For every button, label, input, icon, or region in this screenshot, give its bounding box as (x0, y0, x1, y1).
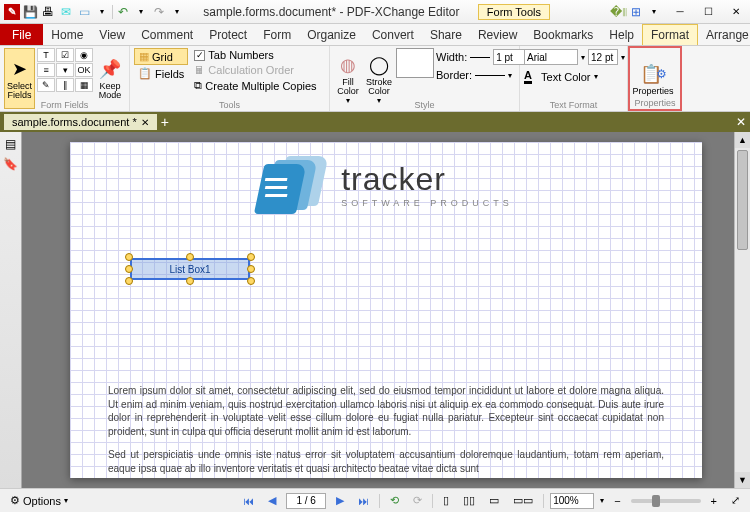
document-tab-label: sample.forms.document * (12, 116, 137, 128)
next-page-button[interactable]: ▶ (332, 493, 348, 508)
resize-handle-w[interactable] (125, 265, 133, 273)
fields-panel-button[interactable]: 📋Fields (134, 66, 188, 81)
tab-numbers-toggle[interactable]: ✓Tab Numbers (190, 48, 320, 62)
selected-form-field[interactable]: List Box1 (130, 258, 250, 280)
menu-protect[interactable]: Protect (201, 24, 255, 45)
maximize-button[interactable]: ☐ (698, 4, 718, 20)
menu-share[interactable]: Share (422, 24, 470, 45)
first-page-button[interactable]: ⏮ (239, 494, 258, 508)
minimize-button[interactable]: ─ (670, 4, 690, 20)
tab-close-icon[interactable]: ✕ (141, 117, 149, 128)
vertical-scrollbar[interactable]: ▲ ▼ (734, 132, 750, 488)
resize-handle-nw[interactable] (125, 253, 133, 261)
document-tab[interactable]: sample.forms.document *✕ (4, 114, 157, 130)
fit-page-button[interactable]: ⤢ (727, 493, 744, 508)
resize-handle-se[interactable] (247, 277, 255, 285)
launch-icon[interactable]: �⫴ (610, 4, 626, 20)
thumbnail-panel-icon[interactable]: ▤ (3, 136, 19, 152)
page-number-input[interactable] (286, 493, 326, 509)
create-copies-button[interactable]: ⧉Create Multiple Copies (190, 78, 320, 93)
zoom-slider-thumb[interactable] (652, 495, 660, 507)
resize-handle-n[interactable] (186, 253, 194, 261)
menu-review[interactable]: Review (470, 24, 525, 45)
copies-icon: ⧉ (194, 79, 202, 92)
menu-bookmarks[interactable]: Bookmarks (525, 24, 601, 45)
font-select[interactable] (524, 49, 578, 65)
list-field-button[interactable]: ≡ (37, 63, 55, 77)
layout-facing-button[interactable]: ▭ (485, 493, 503, 508)
menu-convert[interactable]: Convert (364, 24, 422, 45)
print-icon[interactable]: 🖶 (40, 4, 56, 20)
bookmarks-panel-icon[interactable]: 🔖 (3, 156, 19, 172)
file-menu[interactable]: File (0, 24, 43, 45)
layout-single-button[interactable]: ▯ (439, 493, 453, 508)
scan-icon[interactable]: ▭ (76, 4, 92, 20)
new-tab-button[interactable]: + (161, 114, 169, 130)
close-button[interactable]: ✕ (726, 4, 746, 20)
combo-field-button[interactable]: ▾ (56, 63, 74, 77)
save-icon[interactable]: 💾 (22, 4, 38, 20)
scroll-down-icon[interactable]: ▼ (735, 472, 750, 488)
signature-field-button[interactable]: ✎ (37, 78, 55, 92)
grid-toggle[interactable]: ▦Grid (134, 48, 188, 65)
scroll-up-icon[interactable]: ▲ (735, 132, 750, 148)
border-preview (475, 75, 505, 76)
calc-order-button[interactable]: 🖩Calculation Order (190, 63, 320, 77)
qat-dropdown-icon[interactable]: ▾ (94, 4, 110, 20)
dropdown-icon[interactable]: ▾ (581, 53, 585, 62)
layout-continuous-button[interactable]: ▯▯ (459, 493, 479, 508)
dropdown-icon[interactable]: ▾ (621, 53, 625, 62)
menu-form[interactable]: Form (255, 24, 299, 45)
menu-format[interactable]: Format (642, 24, 698, 45)
options-button[interactable]: ⚙Options▾ (6, 493, 72, 508)
layout-facing-continuous-button[interactable]: ▭▭ (509, 493, 537, 508)
resize-handle-e[interactable] (247, 265, 255, 273)
checkbox-field-button[interactable]: ☑ (56, 48, 74, 62)
redo-icon[interactable]: ↷ (151, 4, 167, 20)
canvas-area[interactable]: tracker software products List Box1 Lore… (22, 132, 750, 488)
prev-page-button[interactable]: ◀ (264, 493, 280, 508)
tabstrip-close-icon[interactable]: ✕ (736, 115, 746, 129)
resize-handle-ne[interactable] (247, 253, 255, 261)
zoom-out-button[interactable]: − (610, 494, 624, 508)
image-field-button[interactable]: ▦ (75, 78, 93, 92)
button-field-button[interactable]: OK (75, 63, 93, 77)
group-label-form-fields: Form Fields (0, 100, 129, 110)
prev-view-button[interactable]: ⟲ (386, 493, 403, 508)
ui-options-icon[interactable]: ⊞ (628, 4, 644, 20)
gear-icon: ⚙ (10, 494, 20, 507)
zoom-input[interactable] (550, 493, 594, 509)
menu-arrange[interactable]: Arrange (698, 24, 750, 45)
zoom-slider[interactable] (631, 499, 701, 503)
email-icon[interactable]: ✉ (58, 4, 74, 20)
barcode-field-button[interactable]: ∥ (56, 78, 74, 92)
menu-help[interactable]: Help (601, 24, 642, 45)
text-color-button[interactable]: A Text Color▾ (524, 68, 623, 85)
menu-home[interactable]: Home (43, 24, 91, 45)
dropdown-icon[interactable]: ▾ (600, 496, 604, 505)
context-tab-label: Form Tools (478, 4, 550, 20)
radio-field-button[interactable]: ◉ (75, 48, 93, 62)
style-preview[interactable] (396, 48, 434, 78)
menu-organize[interactable]: Organize (299, 24, 364, 45)
resize-handle-s[interactable] (186, 277, 194, 285)
window-buttons: ─ ☐ ✕ (670, 4, 746, 20)
zoom-in-button[interactable]: + (707, 494, 721, 508)
text-field-button[interactable]: T (37, 48, 55, 62)
last-page-button[interactable]: ⏭ (354, 494, 373, 508)
menu-comment[interactable]: Comment (133, 24, 201, 45)
calc-order-label: Calculation Order (208, 64, 294, 76)
menu-view[interactable]: View (91, 24, 133, 45)
font-size-select[interactable] (588, 49, 618, 65)
properties-icon: 📋⚙ (641, 62, 665, 86)
dropdown-icon[interactable]: ▾ (508, 71, 512, 80)
border-label: Border: (436, 69, 472, 81)
redo-dropdown-icon[interactable]: ▾ (169, 4, 185, 20)
undo-dropdown-icon[interactable]: ▾ (133, 4, 149, 20)
ui-dropdown-icon[interactable]: ▾ (646, 4, 662, 20)
undo-icon[interactable]: ↶ (115, 4, 131, 20)
next-view-button[interactable]: ⟳ (409, 493, 426, 508)
group-label-properties: Properties (630, 98, 680, 108)
scroll-thumb[interactable] (737, 150, 748, 250)
resize-handle-sw[interactable] (125, 277, 133, 285)
